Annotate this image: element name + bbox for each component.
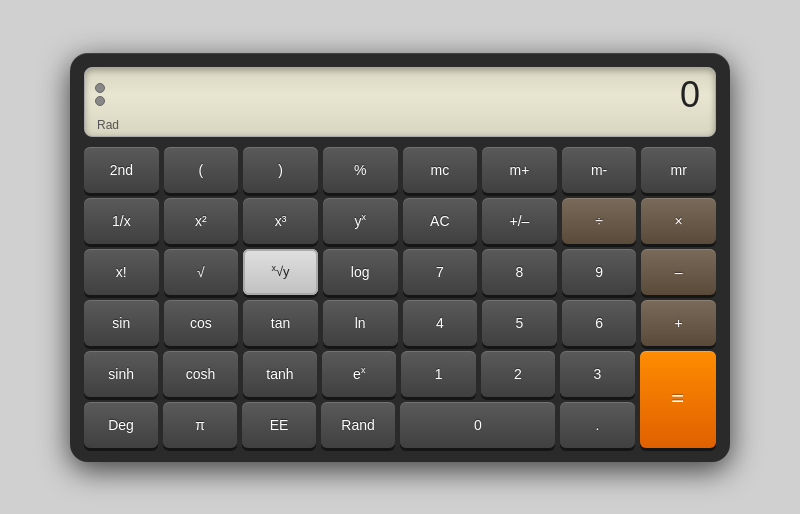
btn-0[interactable]: 0: [400, 402, 555, 448]
btn-9[interactable]: 9: [562, 249, 637, 295]
button-grid: 2nd ( ) % mc m+ m- mr 1/x x² x³ yx AC +/…: [84, 147, 716, 448]
display-value: 0: [105, 74, 705, 116]
btn-2nd[interactable]: 2nd: [84, 147, 159, 193]
button-row-2: 1/x x² x³ yx AC +/– ÷ ×: [84, 198, 716, 244]
display-controls: [95, 83, 105, 106]
calculator: 0 Rad 2nd ( ) % mc m+ m- mr 1/x x² x³ yx…: [70, 53, 730, 462]
button-row-3: x! √ x√y log 7 8 9 –: [84, 249, 716, 295]
display-area: 0 Rad: [84, 67, 716, 137]
button-row-1: 2nd ( ) % mc m+ m- mr: [84, 147, 716, 193]
btn-mplus[interactable]: m+: [482, 147, 557, 193]
ctrl-dot-2: [95, 96, 105, 106]
btn-mc[interactable]: mc: [403, 147, 478, 193]
btn-factorial[interactable]: x!: [84, 249, 159, 295]
btn-pi[interactable]: π: [163, 402, 237, 448]
btn-subtract[interactable]: –: [641, 249, 716, 295]
btn-2[interactable]: 2: [481, 351, 555, 397]
ctrl-dot-1: [95, 83, 105, 93]
btn-divide[interactable]: ÷: [562, 198, 637, 244]
btn-open-paren[interactable]: (: [164, 147, 239, 193]
display-mode: Rad: [95, 118, 705, 132]
btn-sinh[interactable]: sinh: [84, 351, 158, 397]
btn-close-paren[interactable]: ): [243, 147, 318, 193]
btn-xrooty[interactable]: x√y: [243, 249, 318, 295]
btn-8[interactable]: 8: [482, 249, 557, 295]
btn-3[interactable]: 3: [560, 351, 634, 397]
btn-mminus[interactable]: m-: [562, 147, 637, 193]
btn-mr[interactable]: mr: [641, 147, 716, 193]
btn-sqrt[interactable]: √: [164, 249, 239, 295]
btn-7[interactable]: 7: [403, 249, 478, 295]
btn-multiply[interactable]: ×: [641, 198, 716, 244]
btn-5[interactable]: 5: [482, 300, 557, 346]
btn-ln[interactable]: ln: [323, 300, 398, 346]
btn-yx[interactable]: yx: [323, 198, 398, 244]
btn-4[interactable]: 4: [403, 300, 478, 346]
button-row-4: sin cos tan ln 4 5 6 +: [84, 300, 716, 346]
rows-5-6-wrapper: sinh cosh tanh ex 1 2 3 Deg π EE Rand 0 …: [84, 351, 716, 448]
btn-square[interactable]: x²: [164, 198, 239, 244]
btn-log[interactable]: log: [323, 249, 398, 295]
btn-tan[interactable]: tan: [243, 300, 318, 346]
button-row-5: sinh cosh tanh ex 1 2 3: [84, 351, 635, 397]
btn-6[interactable]: 6: [562, 300, 637, 346]
btn-percent[interactable]: %: [323, 147, 398, 193]
rows-5-6-left: sinh cosh tanh ex 1 2 3 Deg π EE Rand 0 …: [84, 351, 635, 448]
btn-sin[interactable]: sin: [84, 300, 159, 346]
btn-cosh[interactable]: cosh: [163, 351, 237, 397]
btn-ee[interactable]: EE: [242, 402, 316, 448]
button-row-6: Deg π EE Rand 0 .: [84, 402, 635, 448]
btn-equals[interactable]: =: [640, 351, 717, 448]
btn-1[interactable]: 1: [401, 351, 475, 397]
btn-dot[interactable]: .: [560, 402, 634, 448]
equals-wrapper: =: [640, 351, 717, 448]
btn-cos[interactable]: cos: [164, 300, 239, 346]
btn-reciprocal[interactable]: 1/x: [84, 198, 159, 244]
btn-add[interactable]: +: [641, 300, 716, 346]
btn-deg[interactable]: Deg: [84, 402, 158, 448]
btn-ac[interactable]: AC: [403, 198, 478, 244]
btn-rand[interactable]: Rand: [321, 402, 395, 448]
btn-tanh[interactable]: tanh: [243, 351, 317, 397]
btn-plusminus[interactable]: +/–: [482, 198, 557, 244]
btn-ex[interactable]: ex: [322, 351, 396, 397]
btn-cube[interactable]: x³: [243, 198, 318, 244]
